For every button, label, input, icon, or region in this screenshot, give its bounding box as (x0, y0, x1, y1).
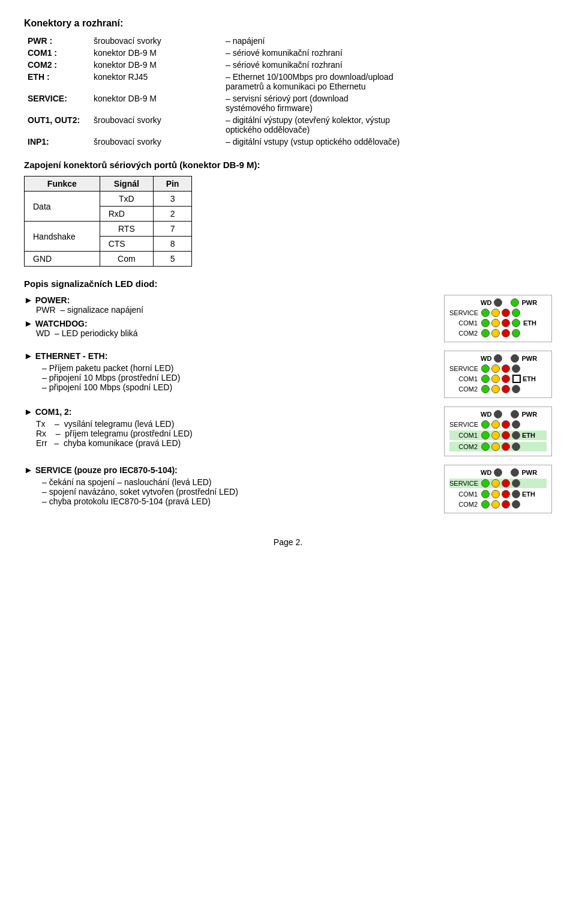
c2-led1 (481, 385, 490, 393)
service-text: ► SERVICE (pouze pro IEC870-5-104): čeká… (24, 465, 444, 506)
connector-name: INP1: (24, 136, 90, 148)
com1-row-label: COM1 (449, 319, 479, 327)
list-item: připojení 100 Mbps (spodní LED) (42, 382, 444, 392)
eth-svc-label: ETH (522, 491, 535, 498)
cc2-led3 (502, 442, 510, 451)
cs1-led1 (481, 490, 490, 498)
connector-name: ETH : (24, 71, 90, 92)
wd-com-label: WD (481, 411, 491, 418)
eth-label-1: ETH (523, 319, 536, 327)
cell-signal: RxD (100, 207, 153, 222)
db9-table: Funkce Signál Pin Data TxD 3 RxD 2 Hands… (24, 176, 192, 267)
connector-type: konektor DB-9 M (90, 47, 222, 59)
cs1-led3 (502, 490, 510, 498)
cell-pin: 8 (154, 237, 192, 252)
led-diagram-power: WD PWR SERVICE COM1 ETH (444, 295, 552, 342)
table-row: GND Com 5 (25, 252, 192, 267)
service-heading: SERVICE (pouze pro IEC870-5-104): (35, 465, 178, 475)
com-err: Err – chyba komunikace (pravá LED) (36, 438, 444, 448)
com-lines: Tx – vysílání telegramu (levá LED) Rx – … (36, 419, 444, 448)
power-bullet: ► (24, 295, 33, 305)
pwr-dot-svc (511, 468, 519, 477)
eth-com-label: ETH (522, 432, 535, 439)
table-row: ETH : konektor RJ45 – Ethernet 10/100Mbp… (24, 71, 552, 92)
cs2-led3 (502, 500, 510, 509)
com1-led4 (512, 319, 520, 327)
list-item: chyba protokolu IEC870-5-104 (pravá LED) (42, 497, 444, 506)
table-row: INP1: šroubovací svorky – digitální vstu… (24, 136, 552, 148)
cell-pin: 3 (154, 192, 192, 207)
ss-led2 (491, 479, 500, 488)
service-bullet: ► (24, 465, 33, 475)
com1-led2 (491, 319, 500, 327)
service-com-label: SERVICE (449, 421, 479, 428)
pwr-label-eth: PWR (521, 355, 537, 362)
table-row: OUT1, OUT2: šroubovací svorky – digitáln… (24, 114, 552, 136)
db9-section: Zapojení konektorů sériových portů (kone… (24, 160, 552, 267)
pwr-dot-eth (511, 354, 519, 363)
table-row: Handshake RTS 7 (25, 222, 192, 237)
cell-pin: 5 (154, 252, 192, 267)
list-item: čekání na spojení – naslouchání (levá LE… (42, 477, 444, 487)
cc2-led4 (512, 442, 520, 451)
table-row: Data TxD 3 (25, 192, 192, 207)
table-row: COM1 : konektor DB-9 M – sériové komunik… (24, 47, 552, 59)
com-text: ► COM1, 2: Tx – vysílání telegramu (levá… (24, 406, 444, 448)
service-row-label: SERVICE (449, 309, 479, 316)
ethernet-bullet: ► (24, 351, 33, 361)
s-led2 (491, 364, 500, 373)
col-pin: Pin (154, 177, 192, 192)
com2-com-label: COM2 (449, 443, 479, 450)
cell-signal: Com (100, 252, 153, 267)
com1-eth-label: COM1 (449, 375, 479, 382)
col-funkce: Funkce (25, 177, 100, 192)
pwr-com-label: PWR (521, 411, 537, 418)
cc1-led4 (512, 431, 520, 439)
table-row: PWR : šroubovací svorky – napájení (24, 35, 552, 47)
com2-led1 (481, 329, 490, 337)
table-row: SERVICE: konektor DB-9 M – servisní séri… (24, 92, 552, 114)
ss-led3 (502, 479, 510, 488)
wd-svc-label: WD (481, 469, 491, 476)
list-item: spojení navázáno, soket vytvořen (prostř… (42, 487, 444, 497)
service-led4 (512, 309, 520, 317)
page-title: Konektory a rozhraní: (24, 18, 552, 29)
pwr-dot-com (511, 410, 519, 418)
service-led2 (491, 309, 500, 317)
c1-led2 (491, 375, 500, 383)
connector-type: šroubovací svorky (90, 35, 222, 47)
watchdog-desc: WD – LED periodicky bliká (36, 328, 138, 338)
service-led3 (502, 309, 510, 317)
col-signal: Signál (100, 177, 153, 192)
connector-type: konektor DB-9 M (90, 59, 222, 71)
connector-name: SERVICE: (24, 92, 90, 114)
eth-highlight-box (512, 375, 521, 383)
power-heading: POWER: (35, 295, 70, 305)
pwr-led-dot (511, 298, 519, 307)
sc-led1 (481, 420, 490, 429)
cs2-led1 (481, 500, 490, 509)
cell-funkce: GND (25, 252, 100, 267)
connector-name: COM1 : (24, 47, 90, 59)
cs1-led2 (491, 490, 500, 498)
cc1-led2 (491, 431, 500, 439)
led-section-title: Popis signalizačních LED diod: (24, 279, 552, 289)
cell-signal: TxD (100, 192, 153, 207)
ss-led1 (481, 479, 490, 488)
connector-type: konektor DB-9 M (90, 92, 222, 114)
c2-led3 (502, 385, 510, 393)
led-section: Popis signalizačních LED diod: ► POWER: … (24, 279, 552, 513)
table-row: COM2 : konektor DB-9 M – sériové komunik… (24, 59, 552, 71)
com-tx: Tx – vysílání telegramu (levá LED) (36, 419, 444, 429)
c2-led4 (512, 385, 520, 393)
list-item: připojení 10 Mbps (prostřední LED) (42, 373, 444, 382)
wd-led-dot (494, 298, 502, 307)
ethernet-list: Příjem paketu packet (horní LED) připoje… (42, 363, 444, 392)
ss-led4 (512, 479, 520, 488)
cs2-led2 (491, 500, 500, 509)
page-number: Page 2. (24, 537, 552, 547)
connector-desc: – sériové komunikační rozhraní (222, 47, 552, 59)
connector-desc: – sériové komunikační rozhraní (222, 59, 552, 71)
ethernet-text: ► ETHERNET - ETH: Příjem paketu packet (… (24, 351, 444, 392)
wd-label-eth: WD (481, 355, 491, 362)
